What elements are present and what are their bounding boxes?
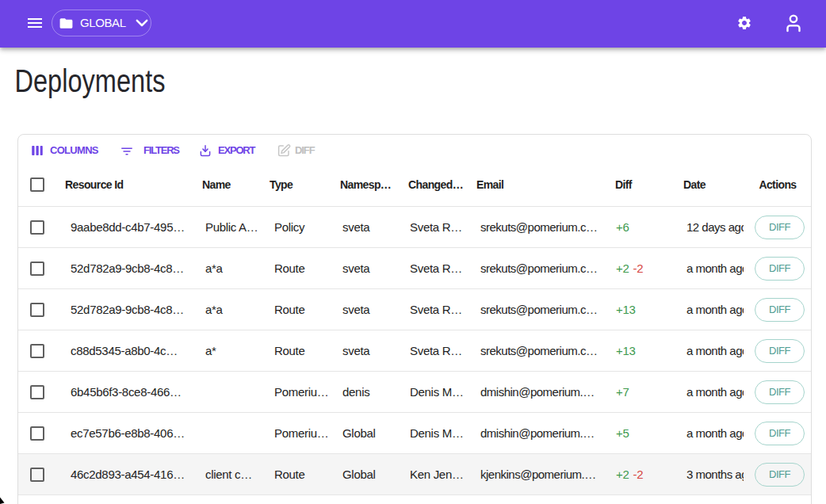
svg-text:Deployments: Deployments [15, 63, 166, 98]
